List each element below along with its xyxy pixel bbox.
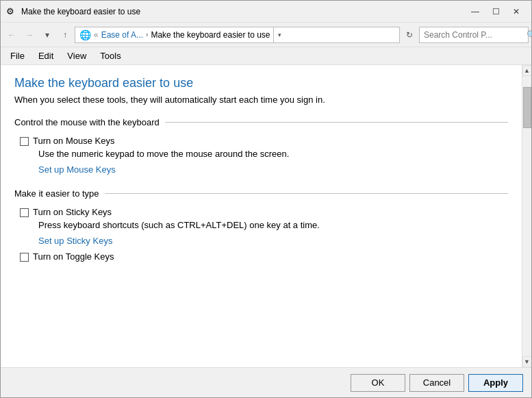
menu-view[interactable]: View (60, 49, 93, 62)
ok-button[interactable]: OK (351, 374, 405, 392)
address-icon: 🌐 (79, 29, 91, 40)
search-box: 🔍 (419, 27, 529, 43)
mouse-keys-option-row: Turn on Mouse Keys (14, 136, 508, 146)
title-bar: ⚙ Make the keyboard easier to use — ☐ ✕ (1, 1, 531, 23)
forward-button[interactable]: → (21, 27, 38, 43)
setup-sticky-keys-link[interactable]: Set up Sticky Keys (14, 236, 508, 246)
sticky-keys-checkbox-label[interactable]: Turn on Sticky Keys (20, 207, 112, 217)
cancel-button[interactable]: Cancel (409, 374, 464, 392)
back-button[interactable]: ← (3, 27, 20, 43)
sticky-keys-option-row: Turn on Sticky Keys (14, 207, 508, 217)
menu-tools[interactable]: Tools (93, 49, 127, 62)
breadcrumb-arrow: › (146, 31, 148, 38)
maximize-button[interactable]: ☐ (486, 5, 505, 18)
close-button[interactable]: ✕ (507, 5, 526, 18)
section2-header: Make it easier to type (14, 188, 508, 199)
section1-line (165, 122, 508, 123)
type-section: Make it easier to type Turn on Sticky Ke… (14, 188, 508, 262)
up-button[interactable]: ↑ (57, 27, 73, 43)
section2-line (105, 193, 508, 194)
section1-header: Control the mouse with the keyboard (14, 117, 508, 127)
address-dropdown-button[interactable]: ▾ (273, 27, 286, 43)
toggle-keys-checkbox-label[interactable]: Turn on Toggle Keys (20, 251, 114, 262)
sticky-keys-checkbox[interactable] (20, 208, 29, 217)
minimize-button[interactable]: — (466, 5, 485, 18)
scroll-thumb[interactable] (523, 87, 531, 128)
breadcrumb-current: Make the keyboard easier to use (151, 30, 270, 40)
menu-bar: File Edit View Tools (1, 47, 531, 65)
scroll-up-button[interactable]: ▲ (522, 65, 532, 76)
sticky-keys-description: Press keyboard shortcuts (such as CTRL+A… (14, 220, 508, 230)
address-separator: « (94, 30, 99, 40)
page-title: Make the keyboard easier to use (14, 76, 508, 90)
apply-button[interactable]: Apply (468, 374, 523, 392)
toggle-keys-label: Turn on Toggle Keys (33, 251, 114, 262)
section2-label: Make it easier to type (14, 188, 99, 199)
section1-label: Control the mouse with the keyboard (14, 117, 160, 127)
window-title: Make the keyboard easier to use (21, 7, 466, 16)
content-area: Make the keyboard easier to use When you… (1, 65, 522, 367)
setup-mouse-keys-link[interactable]: Set up Mouse Keys (14, 164, 508, 175)
search-input[interactable] (424, 30, 527, 40)
refresh-button[interactable]: ↻ (401, 27, 418, 43)
scrollbar: ▲ ▼ (522, 65, 531, 367)
main-window: ⚙ Make the keyboard easier to use — ☐ ✕ … (0, 0, 532, 398)
mouse-keys-label: Turn on Mouse Keys (33, 136, 114, 146)
main-container: Make the keyboard easier to use When you… (1, 65, 531, 367)
menu-file[interactable]: File (3, 49, 31, 62)
sticky-keys-label: Turn on Sticky Keys (33, 207, 112, 217)
mouse-keys-description: Use the numeric keypad to move the mouse… (14, 149, 508, 159)
window-icon: ⚙ (6, 6, 17, 17)
mouse-keys-checkbox[interactable] (20, 137, 29, 146)
breadcrumb-ease[interactable]: Ease of A... (101, 30, 143, 40)
toggle-keys-option-row: Turn on Toggle Keys (14, 251, 508, 262)
menu-edit[interactable]: Edit (31, 49, 60, 62)
recent-pages-button[interactable]: ▾ (39, 27, 55, 43)
bottom-bar: OK Cancel Apply (1, 367, 531, 397)
search-button[interactable]: 🔍 (527, 30, 532, 40)
address-bar: ← → ▾ ↑ 🌐 « Ease of A... › Make the keyb… (1, 23, 531, 47)
address-box: 🌐 « Ease of A... › Make the keyboard eas… (75, 27, 400, 43)
mouse-keys-section: Control the mouse with the keyboard Turn… (14, 117, 508, 175)
mouse-keys-checkbox-label[interactable]: Turn on Mouse Keys (20, 136, 114, 146)
window-controls: — ☐ ✕ (466, 5, 526, 18)
toggle-keys-checkbox[interactable] (20, 253, 29, 262)
scroll-down-button[interactable]: ▼ (522, 356, 532, 367)
page-subtitle: When you select these tools, they will a… (14, 95, 508, 105)
